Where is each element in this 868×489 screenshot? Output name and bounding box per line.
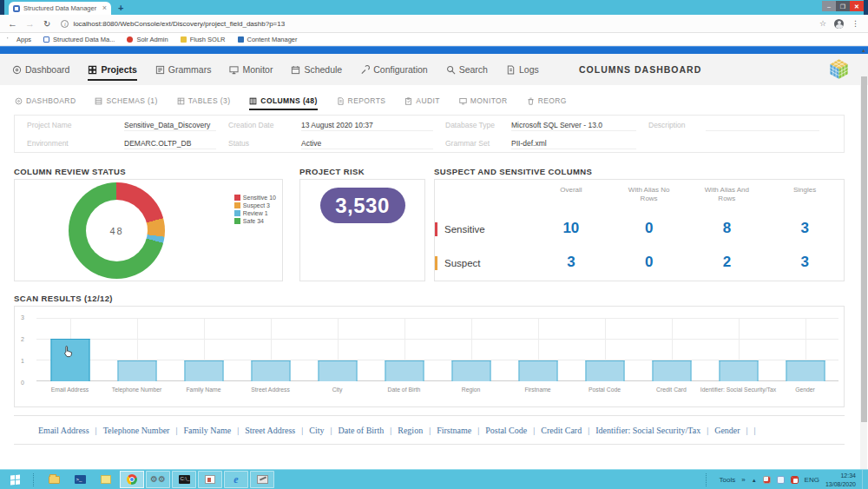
legend-item[interactable]: Safe 34	[234, 218, 276, 224]
monitor-icon	[459, 97, 467, 105]
taskbar-admin-tools[interactable]	[250, 471, 274, 488]
scan-bar[interactable]	[451, 360, 490, 381]
bar-chart-series: Email Address Telephone Number Family Na…	[36, 318, 838, 381]
footer-link[interactable]: Telephone Number	[103, 426, 170, 435]
scan-bar[interactable]	[117, 360, 156, 381]
scan-bar[interactable]	[585, 360, 624, 381]
tools-toolbar[interactable]: Tools	[720, 476, 736, 484]
close-button[interactable]: ✕	[850, 1, 864, 11]
scan-bar[interactable]	[652, 360, 691, 381]
footer-link[interactable]: Date of Birth	[338, 426, 384, 435]
tools-icon	[257, 475, 268, 484]
show-hidden-icons-icon[interactable]: ▲	[752, 478, 757, 483]
footer-link[interactable]: Credit Card	[541, 426, 582, 435]
legend-item[interactable]: Suspect 3	[234, 202, 276, 208]
nav-search[interactable]: Search	[446, 54, 488, 85]
show-desktop-button[interactable]	[862, 470, 865, 489]
language-indicator[interactable]: ENG	[805, 476, 819, 484]
review-status-donut-chart[interactable]: 48	[69, 182, 165, 279]
reload-icon[interactable]: ↻	[43, 19, 50, 29]
footer-link[interactable]: Postal Code	[485, 426, 527, 435]
search-icon	[446, 65, 456, 75]
browser-tab[interactable]: Structured Data Manager ×	[9, 2, 111, 15]
browser-menu-icon[interactable]: ⋮	[852, 19, 859, 28]
scan-bar[interactable]	[318, 360, 357, 381]
tools-chevron-icon[interactable]: »	[741, 476, 745, 484]
tab-reports[interactable]: REPORTS	[337, 96, 386, 110]
footer-link[interactable]: Email Address	[38, 426, 89, 435]
tab-schemas[interactable]: SCHEMAS (1)	[95, 96, 157, 110]
tray-icon[interactable]	[777, 476, 785, 484]
taskbar-settings[interactable]: ⚙⚙	[146, 471, 170, 488]
scan-bar[interactable]	[786, 360, 825, 381]
bookmark-solr-admin[interactable]: Solr Admin	[127, 36, 168, 43]
legend-item[interactable]: Sensitive 10	[234, 195, 276, 201]
scan-bar[interactable]	[184, 360, 223, 381]
tab-columns[interactable]: COLUMNS (48)	[249, 96, 317, 110]
scan-bar[interactable]	[385, 360, 424, 381]
footer-link[interactable]: Identifier: Social Security/Tax	[595, 426, 700, 435]
back-icon[interactable]: ←	[8, 18, 17, 29]
nav-logs[interactable]: Logs	[506, 54, 539, 85]
tab-reorg[interactable]: REORG	[527, 96, 567, 110]
maximize-button[interactable]: ❐	[836, 1, 850, 11]
scrollbar-up-icon[interactable]: ▲	[861, 48, 866, 53]
clock-time: 12:34	[825, 472, 856, 479]
scrollbar-thumb[interactable]	[861, 76, 867, 422]
bar-slot: Telephone Number	[103, 318, 170, 381]
footer-link[interactable]: Region	[398, 426, 423, 435]
taskbar-internet-explorer[interactable]: e	[224, 471, 248, 488]
bookmark-star-icon[interactable]: ☆	[819, 19, 826, 28]
footer-link[interactable]: Firstname	[437, 426, 471, 435]
forward-icon[interactable]: →	[25, 18, 35, 29]
start-button[interactable]	[0, 470, 30, 489]
bookmarks-bar: Apps Structured Data Ma... Solr Admin Fl…	[0, 33, 868, 46]
minimize-button[interactable]: –	[822, 1, 836, 11]
scan-bar[interactable]	[251, 360, 290, 381]
url-text[interactable]: localhost:8080/WebConsole/ext/Discovery/…	[73, 20, 285, 28]
bookmark-apps[interactable]: Apps	[7, 36, 31, 43]
nav-configuration[interactable]: Configuration	[360, 54, 427, 85]
tray-icon[interactable]	[791, 476, 799, 484]
nav-projects[interactable]: Projects	[88, 54, 136, 85]
new-tab-button[interactable]: +	[118, 3, 123, 13]
taskbar-file-explorer[interactable]	[42, 471, 66, 488]
taskbar-chrome[interactable]	[120, 471, 144, 488]
profile-avatar[interactable]	[834, 19, 844, 29]
bookmark-content-manager[interactable]: Content Manager	[238, 36, 298, 43]
toolbar-grip[interactable]	[706, 473, 710, 486]
tab-dashboard[interactable]: DASHBOARD	[15, 96, 76, 110]
clock-date: 13/08/2020	[825, 480, 856, 488]
taskbar-command-prompt[interactable]: C:\_	[172, 471, 196, 488]
grammars-icon	[155, 65, 165, 75]
footer-link[interactable]: Street Address	[245, 426, 295, 435]
tab-monitor[interactable]: MONITOR	[459, 96, 508, 110]
scan-bar[interactable]	[518, 360, 557, 381]
page-info-icon[interactable]: i	[61, 20, 69, 28]
tab-close-icon[interactable]: ×	[102, 4, 107, 12]
footer-link[interactable]: Gender	[714, 426, 740, 435]
project-risk-card: 3,530	[299, 179, 425, 281]
scan-bar[interactable]	[719, 360, 758, 381]
footer-link[interactable]: City	[309, 426, 324, 435]
nav-schedule[interactable]: Schedule	[291, 54, 342, 85]
address-bar[interactable]: i localhost:8080/WebConsole/ext/Discover…	[61, 20, 819, 28]
taskbar-app-window[interactable]	[198, 471, 222, 488]
taskbar: >_ ⚙⚙ C:\_ e Tools » ▲ ENG 12:34 13/08/2…	[0, 469, 868, 489]
taskbar-powershell[interactable]: >_	[68, 471, 92, 488]
footer-links: Email Address| Telephone Number| Family …	[14, 415, 845, 445]
clock[interactable]: 12:34 13/08/2020	[825, 472, 856, 487]
tray-icon[interactable]	[763, 476, 771, 484]
monitor-icon	[229, 65, 239, 75]
tab-audit[interactable]: AUDIT	[404, 96, 440, 110]
nav-monitor[interactable]: Monitor	[229, 54, 273, 85]
tab-tables[interactable]: TABLES (3)	[177, 96, 231, 110]
bookmark-flush-solr[interactable]: Flush SOLR	[181, 36, 226, 43]
nav-dashboard[interactable]: Dashboard	[12, 54, 69, 85]
bookmark-sdm[interactable]: Structured Data Ma...	[43, 36, 115, 43]
footer-link[interactable]: Family Name	[183, 426, 231, 435]
taskbar-sticky-notes[interactable]	[94, 471, 118, 488]
project-tabs: DASHBOARD SCHEMAS (1) TABLES (3) COLUMNS…	[15, 96, 567, 110]
legend-item[interactable]: Review 1	[234, 210, 276, 216]
nav-grammars[interactable]: Grammars	[155, 54, 212, 85]
